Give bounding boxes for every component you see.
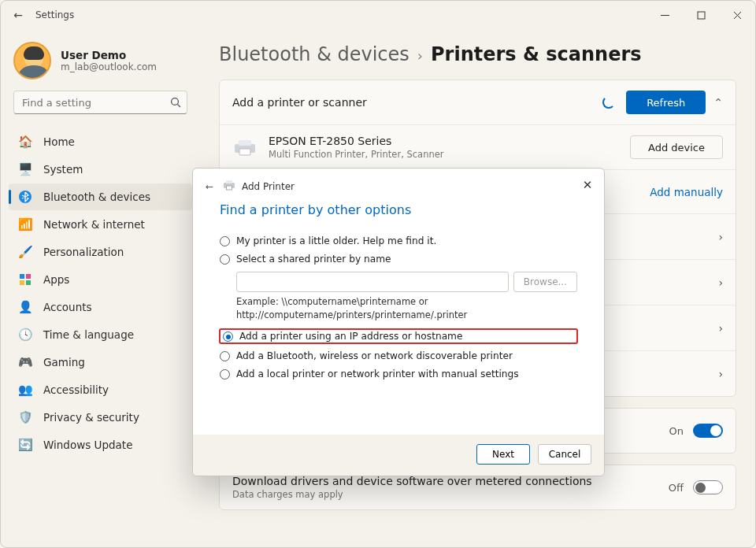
add-device-button[interactable]: Add device xyxy=(630,135,723,159)
cancel-button[interactable]: Cancel xyxy=(538,444,591,465)
dialog-title: Find a printer by other options xyxy=(193,198,604,228)
chevron-up-icon[interactable]: ⌃ xyxy=(713,96,723,109)
dialog-header: ← Add Printer xyxy=(193,168,604,198)
dialog-header-label: Add Printer xyxy=(242,181,295,192)
radio-icon xyxy=(220,351,230,361)
system-icon: 🖥️ xyxy=(18,162,32,176)
dialog-close-button[interactable]: ✕ xyxy=(579,176,596,194)
nav-network[interactable]: 📶Network & internet xyxy=(9,211,192,238)
shared-printer-example: Example: \\computername\printername or h… xyxy=(236,295,528,321)
svg-rect-11 xyxy=(226,180,232,183)
chevron-right-icon: › xyxy=(718,322,723,335)
search-icon xyxy=(170,96,181,111)
svg-rect-3 xyxy=(20,274,24,279)
svg-rect-8 xyxy=(239,140,251,146)
chevron-right-icon: › xyxy=(718,231,723,243)
nav-personalization[interactable]: 🖌️Personalization xyxy=(9,239,192,265)
svg-rect-0 xyxy=(698,12,705,19)
radio-icon xyxy=(220,236,230,246)
radio-checked-icon xyxy=(223,331,233,342)
toggle-label-off: Off xyxy=(669,482,684,494)
printer-desc: Multi Function Printer, Printer, Scanner xyxy=(269,149,630,160)
nav-gaming[interactable]: 🎮Gaming xyxy=(9,349,192,376)
default-printer-toggle[interactable] xyxy=(693,424,723,438)
window-controls xyxy=(647,1,755,29)
bluetooth-icon xyxy=(18,190,32,204)
nav-accessibility[interactable]: 👥Accessibility xyxy=(9,376,192,403)
minimize-button[interactable] xyxy=(647,1,683,29)
toggle-label-on: On xyxy=(669,425,684,437)
person-icon: 👤 xyxy=(18,300,32,314)
breadcrumb: Bluetooth & devices › Printers & scanner… xyxy=(219,43,736,65)
option-local-manual[interactable]: Add a local printer or network printer w… xyxy=(220,368,577,380)
nav-time-language[interactable]: 🕓Time & language xyxy=(9,321,192,348)
accessibility-icon: 👥 xyxy=(18,383,32,397)
option-bluetooth-wireless[interactable]: Add a Bluetooth, wireless or network dis… xyxy=(220,350,577,361)
nav-system[interactable]: 🖥️System xyxy=(9,156,192,183)
discovered-printer-row: EPSON ET-2850 Series Multi Function Prin… xyxy=(220,124,736,169)
printer-icon xyxy=(232,139,258,156)
page-title: Printers & scanners xyxy=(431,43,642,65)
radio-icon xyxy=(220,369,230,380)
avatar xyxy=(13,42,51,80)
apps-icon xyxy=(18,272,32,287)
svg-rect-12 xyxy=(227,186,232,190)
user-name: User Demo xyxy=(61,49,157,61)
svg-rect-4 xyxy=(26,274,31,279)
option-older-printer[interactable]: My printer is a little older. Help me fi… xyxy=(220,235,577,246)
back-button[interactable]: ← xyxy=(6,9,31,21)
shared-printer-name-input[interactable] xyxy=(236,272,509,292)
home-icon: 🏠 xyxy=(18,135,32,149)
svg-rect-9 xyxy=(239,149,250,155)
refresh-button[interactable]: Refresh xyxy=(626,91,706,114)
wifi-icon: 📶 xyxy=(18,217,32,231)
metered-toggle[interactable] xyxy=(693,480,723,494)
brush-icon: 🖌️ xyxy=(18,245,32,259)
maximize-button[interactable] xyxy=(683,1,719,29)
gamepad-icon: 🎮 xyxy=(18,355,32,369)
clock-icon: 🕓 xyxy=(18,328,32,342)
update-icon: 🔄 xyxy=(18,438,32,452)
sidebar: User Demo m_lab@outlook.com 🏠Home 🖥️Syst… xyxy=(1,29,202,547)
printer-wizard-icon xyxy=(223,180,235,193)
svg-point-1 xyxy=(172,98,179,106)
loading-spinner-icon xyxy=(602,96,615,109)
option-shared-printer[interactable]: Select a shared printer by name xyxy=(220,254,577,265)
chevron-right-icon: › xyxy=(718,368,723,380)
nav-apps[interactable]: Apps xyxy=(9,266,192,293)
nav-list: 🏠Home 🖥️System Bluetooth & devices 📶Netw… xyxy=(9,128,192,458)
printer-name: EPSON ET-2850 Series xyxy=(269,135,630,147)
add-printer-header-row: Add a printer or scanner Refresh ⌃ xyxy=(220,80,736,124)
nav-windows-update[interactable]: 🔄Windows Update xyxy=(9,431,192,458)
nav-home[interactable]: 🏠Home xyxy=(9,128,192,155)
option-ip-hostname[interactable]: Add a printer using an IP address or hos… xyxy=(220,329,577,343)
add-printer-dialog: ✕ ← Add Printer Find a printer by other … xyxy=(192,168,605,476)
chevron-right-icon: › xyxy=(718,276,723,289)
search-box xyxy=(13,91,187,114)
nav-privacy[interactable]: 🛡️Privacy & security xyxy=(9,404,192,431)
dialog-footer: Next Cancel xyxy=(193,435,604,476)
nav-bluetooth-devices[interactable]: Bluetooth & devices xyxy=(9,183,192,210)
svg-rect-5 xyxy=(20,280,24,285)
search-input[interactable] xyxy=(13,91,187,114)
settings-window: ← Settings User Demo m_lab@outlook.com xyxy=(0,0,756,548)
radio-icon xyxy=(220,254,230,265)
breadcrumb-parent[interactable]: Bluetooth & devices xyxy=(219,43,410,65)
shield-icon: 🛡️ xyxy=(18,410,32,424)
next-button[interactable]: Next xyxy=(476,444,530,465)
svg-rect-6 xyxy=(26,280,31,285)
window-title: Settings xyxy=(35,9,74,20)
browse-button[interactable]: Browse... xyxy=(513,272,577,292)
dialog-back-button[interactable]: ← xyxy=(202,181,217,192)
add-manually-link[interactable]: Add manually xyxy=(650,186,723,198)
title-bar: ← Settings xyxy=(1,1,755,29)
close-button[interactable] xyxy=(719,1,755,29)
profile-block[interactable]: User Demo m_lab@outlook.com xyxy=(9,40,192,91)
nav-accounts[interactable]: 👤Accounts xyxy=(9,294,192,320)
user-email: m_lab@outlook.com xyxy=(61,61,157,72)
breadcrumb-separator: › xyxy=(417,47,423,64)
dialog-options: My printer is a little older. Help me fi… xyxy=(193,228,604,387)
